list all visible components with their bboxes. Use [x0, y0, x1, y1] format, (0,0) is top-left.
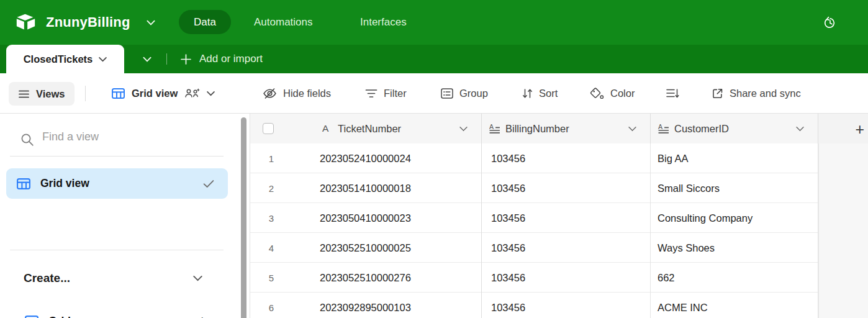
create-section-toggle[interactable]: Create... [0, 266, 230, 291]
add-or-import-button[interactable]: Add or import [181, 45, 263, 73]
table-row: 1 2023052410000024 103456 Big AA [250, 143, 818, 173]
create-label: Create... [24, 271, 70, 285]
main-content: Find a view Grid view Create... [0, 114, 868, 318]
row-number: 4 [261, 233, 281, 263]
toolbar-divider [85, 86, 86, 101]
row-number: 3 [261, 203, 281, 233]
group-button[interactable]: Group [441, 73, 488, 113]
table-row: 5 2023052510000276 103456 662 [250, 263, 818, 293]
history-icon[interactable] [823, 16, 836, 29]
hide-fields-button[interactable]: Hide fields [263, 73, 331, 113]
table-tab-closedtickets[interactable]: ClosedTickets [6, 45, 124, 73]
plus-icon [181, 54, 191, 65]
nav-tab-interfaces[interactable]: Interfaces [360, 0, 407, 45]
ticketnumber-cell[interactable]: 6 2023092895000103 [250, 293, 482, 318]
table-list-chevron-down-icon[interactable] [137, 45, 158, 73]
long-text-field-icon: A [658, 124, 669, 134]
add-field-button[interactable]: + [818, 114, 868, 143]
row-number: 1 [261, 143, 281, 173]
customerid-cell[interactable]: Consulting Company [651, 203, 818, 233]
sort-button[interactable]: Sort [522, 73, 558, 113]
views-button[interactable]: Views [9, 82, 75, 106]
row-height-button[interactable] [666, 73, 679, 113]
column-menu-chevron-down-icon[interactable] [628, 126, 636, 132]
billingnumber-cell[interactable]: 103456 [482, 203, 651, 233]
sort-label: Sort [539, 88, 558, 99]
find-a-view-input[interactable]: Find a view [42, 130, 99, 143]
add-column-area [818, 143, 868, 318]
base-title: ZnunyBilling [46, 0, 130, 45]
ticketnumber-cell[interactable]: 5 2023052510000276 [250, 263, 482, 293]
column-name: BillingNumber [505, 114, 569, 143]
filter-label: Filter [384, 88, 407, 99]
table-row: 6 2023092895000103 103456 ACME INC [250, 293, 818, 318]
customerid-cell[interactable]: Big AA [651, 143, 818, 173]
billingnumber-cell[interactable]: 103456 [482, 293, 651, 318]
plus-icon: + [855, 120, 864, 139]
create-chevron-down-icon [193, 275, 202, 281]
sidebar-scrollbar[interactable] [241, 117, 246, 318]
sidebar-divider [10, 250, 224, 250]
table-tab-bar: ClosedTickets Add or import [0, 45, 868, 73]
ticketnumber-cell[interactable]: 1 2023052410000024 [250, 143, 482, 173]
collaborators-icon [184, 88, 200, 99]
customerid-cell[interactable]: Small Siccors [651, 173, 818, 203]
data-grid: A TicketNumber A BillingNumber [250, 114, 868, 318]
nav-tab-automations[interactable]: Automations [254, 0, 313, 45]
view-switcher[interactable]: Grid view [112, 73, 215, 113]
grid-body: 1 2023052410000024 103456 Big AA 2 20230… [250, 143, 818, 318]
views-sidebar: Find a view Grid view Create... [0, 114, 250, 318]
row-number: 5 [261, 263, 281, 293]
hide-fields-label: Hide fields [283, 88, 331, 99]
customerid-cell[interactable]: Ways Shoes [651, 233, 818, 263]
table-row: 4 2023052510000025 103456 Ways Shoes [250, 233, 818, 263]
long-text-field-icon: A [489, 124, 500, 134]
create-grid-label: Grid [48, 315, 71, 318]
top-bar: ZnunyBilling Data Automations Interfaces [0, 0, 868, 45]
grid-view-icon [112, 88, 125, 99]
app-logo-icon[interactable] [16, 14, 35, 30]
hamburger-icon [19, 90, 29, 98]
column-header-customerid[interactable]: A CustomerID [651, 114, 818, 143]
add-or-import-label: Add or import [199, 53, 263, 65]
grid-view-icon [25, 316, 38, 318]
grid-view-icon [17, 178, 30, 189]
select-all-checkbox[interactable] [263, 123, 274, 134]
billingnumber-cell[interactable]: 103456 [482, 173, 651, 203]
create-grid-item[interactable]: Grid + [6, 306, 228, 318]
view-name: Grid view [40, 177, 89, 190]
sidebar-view-grid-view[interactable]: Grid view [6, 168, 228, 199]
billingnumber-cell[interactable]: 103456 [482, 143, 651, 173]
ticketnumber-cell[interactable]: 3 2023050410000023 [250, 203, 482, 233]
base-title-chevron-down-icon[interactable] [147, 0, 155, 45]
column-header-billingnumber[interactable]: A BillingNumber [482, 114, 651, 143]
table-tab-label: ClosedTickets [24, 53, 93, 65]
paint-bucket-icon [590, 87, 604, 99]
row-number: 6 [261, 293, 281, 318]
share-and-sync-button[interactable]: Share and sync [712, 73, 801, 113]
color-button[interactable]: Color [590, 73, 635, 113]
column-header-ticketnumber[interactable]: A TicketNumber [250, 114, 482, 143]
customerid-cell[interactable]: 662 [651, 263, 818, 293]
row-number: 2 [261, 173, 281, 203]
billingnumber-cell[interactable]: 103456 [482, 233, 651, 263]
nav-tab-data[interactable]: Data [179, 10, 231, 34]
ticketnumber-cell[interactable]: 2 2023051410000018 [250, 173, 482, 203]
airtable-app-window: ZnunyBilling Data Automations Interfaces… [0, 0, 868, 318]
billingnumber-cell[interactable]: 103456 [482, 263, 651, 293]
eye-off-icon [263, 88, 277, 99]
view-switcher-chevron-down-icon [207, 91, 215, 96]
ticketnumber-cell[interactable]: 4 2023052510000025 [250, 233, 482, 263]
group-icon [441, 88, 453, 99]
filter-button[interactable]: Filter [365, 73, 407, 113]
customerid-cell[interactable]: ACME INC [651, 293, 818, 318]
svg-text:A: A [489, 124, 494, 130]
single-line-text-field-icon: A [322, 123, 328, 134]
tabbar-divider [166, 53, 167, 65]
column-name: CustomerID [674, 114, 729, 143]
color-label: Color [610, 88, 635, 99]
column-menu-chevron-down-icon[interactable] [796, 126, 804, 132]
filter-icon [365, 89, 377, 98]
svg-text:A: A [658, 124, 663, 130]
column-menu-chevron-down-icon[interactable] [459, 126, 468, 132]
